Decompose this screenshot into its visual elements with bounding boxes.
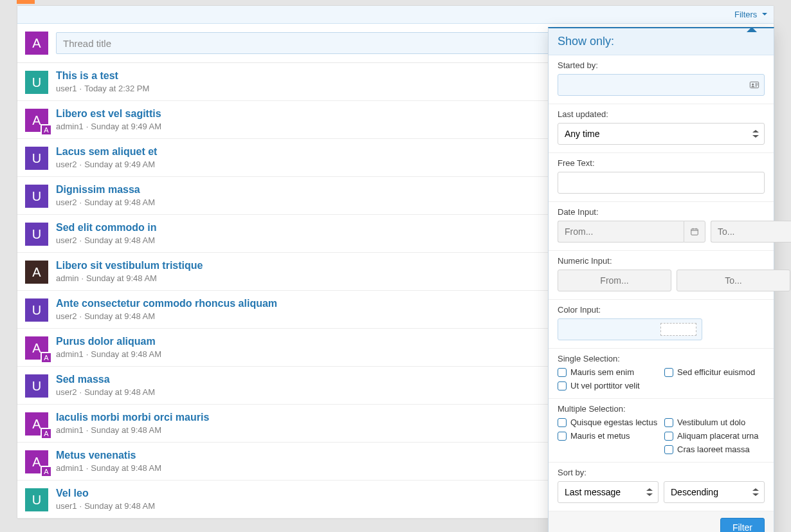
checkbox[interactable] [558,368,567,377]
avatar[interactable]: A [25,32,48,55]
thread-author[interactable]: user2 [56,311,77,321]
started-by-input[interactable] [558,74,765,96]
separator-dot: · [86,425,89,435]
separator-dot: · [86,463,89,473]
thread-author[interactable]: admin1 [56,122,84,131]
sort-direction-select[interactable]: Descending [664,481,765,503]
multi-option[interactable]: Mauris et metus [558,431,658,441]
option-label: Vestibulum ut dolo [677,417,745,427]
filter-button[interactable]: Filter [720,518,765,532]
single-selection-group: Mauris sem enimSed efficitur euismodUt v… [558,367,765,390]
avatar[interactable]: AA [25,450,48,473]
free-text-input[interactable] [558,172,765,194]
thread-author[interactable]: admin [56,273,78,283]
thread-author[interactable]: user2 [56,160,77,169]
filters-popover: Show only: Started by: Last updated: Any… [548,27,774,532]
avatar[interactable]: U [25,185,48,208]
filter-button-label: Filter [732,522,752,532]
avatar[interactable]: AA [25,412,48,436]
separator-dot: · [80,235,82,245]
popover-arrow [747,22,757,32]
numeric-to-input[interactable] [677,270,790,291]
thread-time: Sunday at 9:48 AM [84,387,155,397]
thread-author[interactable]: user2 [56,387,77,397]
color-swatch [660,323,696,336]
avatar-mini: A [41,466,52,477]
date-from-picker-button[interactable] [684,221,705,243]
single-option[interactable]: Mauris sem enim [558,367,658,377]
checkbox[interactable] [558,432,567,441]
separator-dot: · [80,197,82,207]
multi-option[interactable]: Aliquam placerat urna [664,431,765,441]
avatar[interactable]: AA [25,109,48,132]
single-selection-label: Single Selection: [558,354,765,363]
avatar[interactable]: U [25,298,48,322]
thread-time: Sunday at 9:48 AM [84,235,155,245]
thread-time: Sunday at 9:48 AM [86,273,157,283]
option-label: Quisque egestas lectus [570,417,657,427]
last-updated-label: Last updated: [558,109,765,119]
single-option[interactable]: Sed efficitur euismod [664,367,765,377]
thread-time: Sunday at 9:48 AM [84,501,155,511]
single-option[interactable]: Ut vel porttitor velit [558,381,658,390]
avatar-letter: A [32,36,41,51]
avatar[interactable]: U [25,147,48,170]
date-to-input[interactable] [711,221,791,243]
numeric-from-input[interactable] [558,270,671,291]
checkbox[interactable] [664,432,673,441]
thread-author[interactable]: admin1 [56,463,84,473]
checkbox[interactable] [558,381,567,390]
calendar-icon [690,227,699,236]
avatar[interactable]: U [25,223,48,246]
sort-by-label: Sort by: [558,468,765,477]
thread-time: Sunday at 9:49 AM [84,160,155,169]
multiple-selection-label: Multiple Selection: [558,404,765,414]
numeric-input-label: Numeric Input: [558,256,765,266]
filter-bar: Filters [17,6,774,24]
avatar[interactable]: AA [25,336,48,360]
checkbox[interactable] [664,445,673,454]
free-text-label: Free Text: [558,158,765,168]
avatar[interactable]: U [25,488,48,511]
thread-author[interactable]: user1 [56,84,77,93]
thread-author[interactable]: admin1 [56,425,84,435]
avatar[interactable]: U [25,71,48,94]
color-input-label: Color Input: [558,305,765,315]
avatar[interactable]: A [25,261,48,284]
separator-dot: · [80,311,82,321]
multi-option[interactable]: Vestibulum ut dolo [664,417,765,427]
thread-time: Sunday at 9:48 AM [91,425,161,435]
avatar-mini: A [41,428,52,439]
checkbox[interactable] [664,368,673,377]
filters-toggle[interactable]: Filters [734,10,767,19]
color-input[interactable] [558,318,702,340]
svg-rect-5 [691,229,698,235]
contact-card-icon [749,80,759,90]
date-from-input[interactable] [558,221,684,243]
option-label: Ut vel porttitor velit [570,381,640,390]
separator-dot: · [80,387,82,397]
thread-author[interactable]: admin1 [56,349,84,359]
last-updated-select[interactable]: Any time [558,123,765,145]
thread-time: Sunday at 9:48 AM [91,463,161,473]
popover-header: Show only: [549,28,774,55]
thread-time: Sunday at 9:48 AM [84,311,155,321]
option-label: Mauris sem enim [570,367,634,377]
sort-field-select[interactable]: Last message [558,481,659,503]
multi-option[interactable]: Cras laoreet massa [664,445,765,454]
thread-author[interactable]: user1 [56,501,77,511]
option-label: Mauris et metus [570,431,630,441]
multiple-selection-group: Quisque egestas lectusVestibulum ut dolo… [558,417,765,454]
separator-dot: · [81,273,84,283]
option-label: Cras laoreet massa [677,445,750,454]
checkbox[interactable] [558,418,567,427]
thread-time: Sunday at 9:49 AM [91,122,161,131]
checkbox[interactable] [664,418,673,427]
separator-dot: · [86,122,89,131]
avatar[interactable]: U [25,374,48,398]
thread-author[interactable]: user2 [56,197,77,207]
multi-option[interactable]: Quisque egestas lectus [558,417,658,427]
filters-label: Filters [734,10,757,19]
top-accent [17,0,35,4]
thread-author[interactable]: user2 [56,235,77,245]
